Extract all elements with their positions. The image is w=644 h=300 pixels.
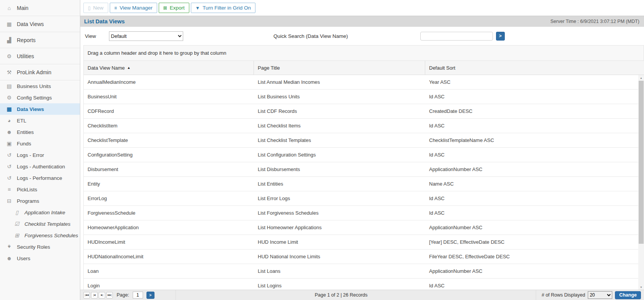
sidebar-item[interactable]: ▦ Data Views xyxy=(0,16,80,32)
pager-prev-button[interactable]: |◀ xyxy=(91,292,98,298)
cell-default-sort: ApplicationNumber ASC xyxy=(425,264,644,278)
sidebar-item[interactable]: ☑ Checklist Templates xyxy=(0,218,80,230)
table-row[interactable]: Entity List Entities Name ASC xyxy=(84,177,644,191)
quick-search-input[interactable] xyxy=(420,32,493,41)
sidebar-item-label: Entities xyxy=(17,129,34,135)
table-row[interactable]: HUDNationalIncomeLimit HUD National Inco… xyxy=(84,249,644,264)
calendar-icon: ⊞ xyxy=(13,232,21,238)
sidebar-item[interactable]: ☻ Users xyxy=(0,253,80,264)
new-button[interactable]: ▯ New xyxy=(83,3,108,13)
sidebar-item[interactable]: ↺ Logs - Error xyxy=(0,149,80,161)
file-icon: ▯ xyxy=(13,209,21,215)
table-icon: ▦ xyxy=(5,106,13,112)
table-row[interactable]: Login List Logins Id ASC xyxy=(84,279,644,290)
table-row[interactable]: ErrorLog List Error Logs Id ASC xyxy=(84,191,644,206)
vertical-scrollbar[interactable]: ▲ ▼ xyxy=(638,75,644,290)
column-header-data-view-name[interactable]: Data View Name ▲ xyxy=(84,61,254,75)
cell-default-sort: ApplicationNumber ASC xyxy=(425,220,644,235)
table-row[interactable]: HUDIncomeLimit HUD Income Limit [Year] D… xyxy=(84,235,644,249)
cell-page-title: List CDF Records xyxy=(254,104,425,118)
sidebar: ⌂ Main ▦ Data Views ▟ Reports ⚙ Utilitie… xyxy=(0,0,80,300)
rows-displayed-select[interactable]: 20 xyxy=(588,291,612,299)
sidebar-item[interactable]: ▯ Application Intake xyxy=(0,207,80,218)
sidebar-item[interactable]: ▤ Business Units xyxy=(0,80,80,92)
table-row[interactable]: ConfigurationSetting List Configuration … xyxy=(84,148,644,162)
scrollbar-up-icon[interactable]: ▲ xyxy=(638,75,644,80)
page-go-button[interactable]: > xyxy=(146,292,154,299)
bar-chart-icon: ▟ xyxy=(5,37,13,43)
view-select[interactable]: Default xyxy=(109,31,183,41)
sidebar-item[interactable]: ▣ Funds xyxy=(0,138,80,149)
sidebar-item-label: ProLink Admin xyxy=(17,69,51,75)
cell-data-view-name: Login xyxy=(84,279,254,290)
view-manager-button[interactable]: ≡ View Manager xyxy=(110,3,157,13)
pager-next-button[interactable]: ▶| xyxy=(99,292,105,298)
cell-default-sort: Id ASC xyxy=(425,148,644,162)
table-row[interactable]: CDFRecord List CDF Records CreatedDate D… xyxy=(84,104,644,119)
grid-body: AnnualMedianIncome List Annual Median In… xyxy=(84,75,644,290)
table-row[interactable]: Disbursement List Disbursements Applicat… xyxy=(84,162,644,177)
sidebar-item[interactable]: ⚙ Utilities xyxy=(0,48,80,64)
export-button[interactable]: ⊠ Export xyxy=(159,3,189,13)
sort-asc-icon: ▲ xyxy=(127,66,130,70)
table-row[interactable]: AnnualMedianIncome List Annual Median In… xyxy=(84,75,644,90)
sidebar-item[interactable]: ♠ Security Roles xyxy=(0,241,80,253)
sidebar-item[interactable]: ⊞ Forgiveness Schedules xyxy=(0,230,80,241)
money-icon: ▣ xyxy=(5,140,13,147)
sidebar-item[interactable]: ▦ Data Views xyxy=(0,103,80,115)
table-row[interactable]: ForgivenessSchedule List Forgiveness Sch… xyxy=(84,206,644,220)
check-square-icon: ☑ xyxy=(13,221,21,227)
sidebar-item[interactable]: ⚒ ProLink Admin xyxy=(0,64,80,80)
sidebar-item[interactable]: ☻ Entities xyxy=(0,126,80,138)
sliders-icon: ≡ xyxy=(5,186,13,192)
sidebar-item[interactable]: ⌂ Main xyxy=(0,0,80,16)
sidebar-item[interactable]: ≡ PickLists xyxy=(0,184,80,195)
sidebar-item[interactable]: ◕ ETL xyxy=(0,115,80,126)
pager-last-button[interactable]: ▶▶| xyxy=(106,292,113,298)
building-icon: ▤ xyxy=(5,83,13,89)
scrollbar-down-icon[interactable]: ▼ xyxy=(638,284,644,290)
sidebar-item[interactable]: ▟ Reports xyxy=(0,32,80,48)
sidebar-item-label: Logs - Authentication xyxy=(17,164,65,170)
sidebar-item[interactable]: ↺ Logs - Authentication xyxy=(0,161,80,172)
cell-default-sort: ApplicationNumber ASC xyxy=(425,162,644,176)
cell-default-sort: Year ASC xyxy=(425,75,644,89)
toolbar: ▯ New ≡ View Manager ⊠ Export ▼ Turn Fil… xyxy=(80,0,644,16)
pager-first-button[interactable]: |◀◀ xyxy=(83,292,90,298)
table-row[interactable]: BusinessUnit List Business Units Id ASC xyxy=(84,90,644,104)
grid-rows: AnnualMedianIncome List Annual Median In… xyxy=(84,75,644,290)
view-label: View xyxy=(85,33,96,39)
sidebar-item[interactable]: ⊟ Programs xyxy=(0,195,80,207)
cell-data-view-name: ChecklistTemplate xyxy=(84,133,254,147)
cell-page-title: List Configuration Settings xyxy=(254,148,425,162)
rows-displayed-controls: # of Rows Displayed 20 Change xyxy=(536,290,644,300)
cell-data-view-name: AnnualMedianIncome xyxy=(84,75,254,89)
scrollbar-thumb[interactable] xyxy=(639,81,644,244)
group-by-drop-zone[interactable]: Drag a column header and drop it here to… xyxy=(83,45,644,60)
column-header-page-title[interactable]: Page Title xyxy=(254,61,425,75)
sidebar-main-nav: ⌂ Main ▦ Data Views ▟ Reports ⚙ Utilitie… xyxy=(0,0,80,80)
cell-page-title: List Homeowner Applications xyxy=(254,220,425,235)
table-row[interactable]: Loan List Loans ApplicationNumber ASC xyxy=(84,264,644,279)
filter-row: View Default Quick Search (Data View Nam… xyxy=(80,27,644,45)
table-row[interactable]: HomeownerApplication List Homeowner Appl… xyxy=(84,220,644,235)
table-row[interactable]: ChecklistTemplate List Checklist Templat… xyxy=(84,133,644,148)
sidebar-item-label: Users xyxy=(17,256,30,261)
table-row[interactable]: ChecklistItem List Checklist Items Id AS… xyxy=(84,119,644,133)
quick-search-go-button[interactable]: > xyxy=(496,32,505,41)
sidebar-item[interactable]: ↺ Logs - Performance xyxy=(0,172,80,184)
cell-data-view-name: ConfigurationSetting xyxy=(84,148,254,162)
cell-default-sort: Id ASC xyxy=(425,90,644,104)
filter-toggle-button[interactable]: ▼ Turn Filter in Grid On xyxy=(191,3,255,13)
sidebar-item-label: Application Intake xyxy=(24,210,65,215)
cell-data-view-name: ForgivenessSchedule xyxy=(84,206,254,220)
sidebar-item[interactable]: ⚙ Config Settings xyxy=(0,92,80,103)
change-button[interactable]: Change xyxy=(615,291,641,299)
column-header-default-sort[interactable]: Default Sort xyxy=(425,61,644,75)
cell-data-view-name: HUDIncomeLimit xyxy=(84,235,254,249)
cell-page-title: List Logins xyxy=(254,279,425,290)
sidebar-item-label: Reports xyxy=(17,37,36,43)
cell-data-view-name: HomeownerApplication xyxy=(84,220,254,235)
sidebar-item-label: ETL xyxy=(17,118,26,124)
page-number-input[interactable] xyxy=(133,292,143,298)
